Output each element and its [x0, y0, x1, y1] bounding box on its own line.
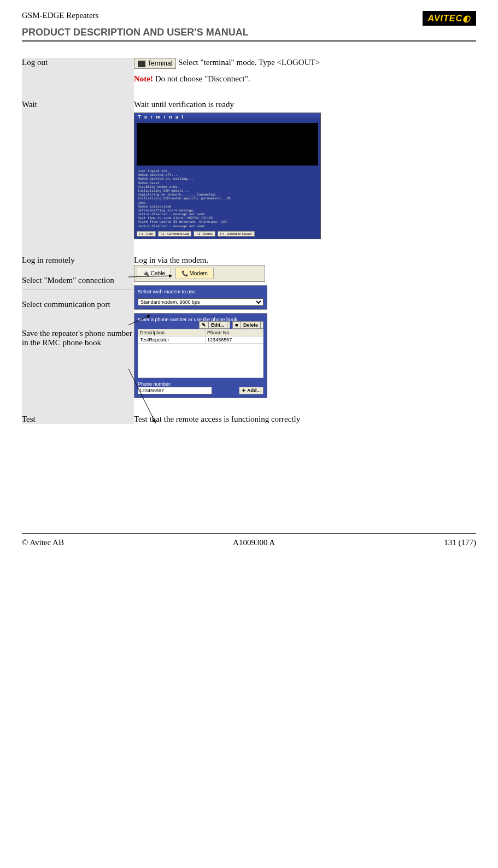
- phone-number-label: Phone number:: [138, 381, 263, 387]
- terminal-icon: [138, 61, 145, 67]
- add-button[interactable]: ✦ Add...: [239, 387, 263, 394]
- modem-select-panel: Select wich modem to use. Standardmodem,…: [134, 285, 267, 310]
- substep-comm-port: Select communication port: [22, 300, 134, 309]
- brand-logo: AVITEC◐: [423, 11, 476, 26]
- modem-select[interactable]: Standardmodem, 9600 bps: [138, 298, 263, 306]
- content-table: Log out Terminal Select "terminal" mode.…: [22, 58, 476, 424]
- terminal-titlebar: T e r m i n a l: [134, 113, 320, 121]
- f2-button[interactable]: F2 - Command Log: [158, 231, 192, 237]
- test-instruction: Test that the remote access is functioni…: [134, 415, 476, 424]
- f4-button[interactable]: F4 - Utilization Report: [218, 231, 255, 237]
- terminal-window: T e r m i n a l User logged out. Modem p…: [134, 113, 321, 239]
- wait-instruction: Wait until verification is ready: [134, 100, 476, 109]
- phone-book-table: Description Phone No TestRepeater 123456…: [138, 329, 263, 378]
- note-prefix: Note!: [134, 74, 153, 83]
- phone-number-input[interactable]: [138, 387, 212, 394]
- logout-instruction: Select "terminal" mode. Type <LOGOUT>: [178, 58, 320, 67]
- substep-modem-connection: Select "Modem" connection: [22, 276, 134, 285]
- tab-cable[interactable]: 🔌 Cable: [137, 268, 171, 279]
- tab-modem[interactable]: 📞 Modem: [175, 268, 214, 279]
- footer-page-number: 131 (177): [444, 538, 476, 547]
- edit-button[interactable]: ✎ Edit...: [199, 321, 230, 329]
- modem-icon: 📞: [181, 270, 188, 276]
- page-footer: © Avitec AB A1009300 A 131 (177): [22, 533, 476, 547]
- footer-docid: A1009300 A: [233, 538, 275, 547]
- cable-icon: 🔌: [143, 270, 149, 276]
- f3-button[interactable]: F3 - Status: [194, 231, 215, 237]
- product-line: GSM-EDGE Repeaters: [22, 11, 98, 20]
- table-row[interactable]: TestRepeater 123456567: [138, 336, 263, 343]
- substep-phone-book: Save the repeater's phone number in the …: [22, 329, 134, 347]
- header-divider: [22, 40, 476, 42]
- col-description: Description: [138, 329, 206, 336]
- terminal-output: User logged out. Modem powered off... Mo…: [134, 168, 320, 229]
- phone-book-panel: Enter a phone number or use the phone bo…: [134, 313, 267, 398]
- connection-tabs: 🔌 Cable 📞 Modem: [134, 265, 265, 282]
- modem-select-label: Select wich modem to use.: [138, 289, 263, 294]
- terminal-mode-button[interactable]: Terminal: [134, 58, 176, 69]
- manual-title: PRODUCT DESCRIPTION AND USER'S MANUAL: [22, 27, 476, 38]
- note-text: Do not choose "Disconnect".: [153, 74, 250, 83]
- delete-button[interactable]: ■ Delete: [232, 321, 263, 329]
- footer-copyright: © Avitec AB: [22, 538, 64, 547]
- step-label-login: Log in remotely: [22, 256, 134, 265]
- step-label-logout: Log out: [22, 58, 134, 84]
- step-label-test: Test: [22, 415, 134, 424]
- terminal-output-upper: [137, 123, 318, 166]
- login-instruction: Log in via the modem.: [134, 256, 476, 265]
- step-label-wait: Wait: [22, 100, 134, 239]
- f1-button[interactable]: F1 - Help: [137, 231, 156, 237]
- col-phone: Phone No: [206, 329, 263, 336]
- terminal-fkeys: F1 - Help F2 - Command Log F3 - Status F…: [134, 229, 320, 239]
